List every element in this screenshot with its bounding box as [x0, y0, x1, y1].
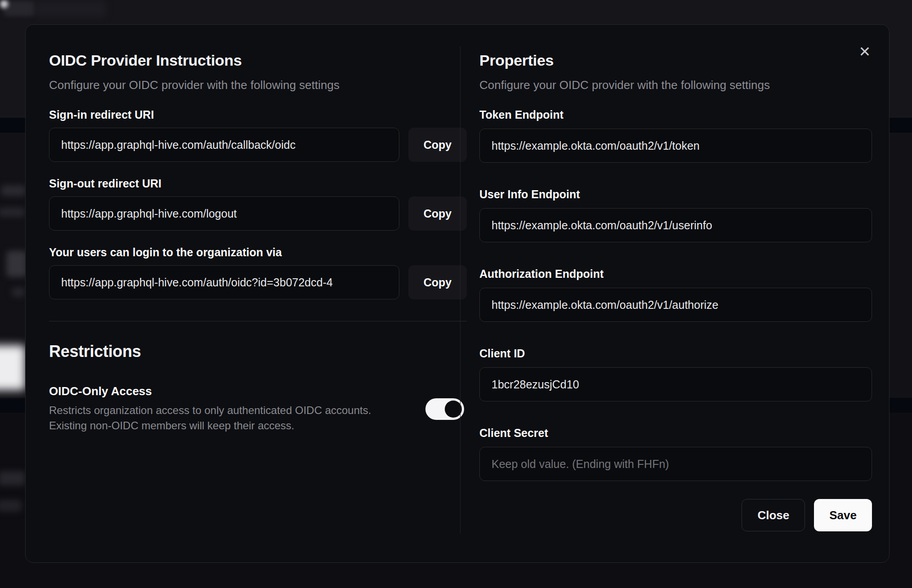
sign-in-redirect-uri-row: Copy [49, 128, 467, 162]
organization-login-uri-row: Copy [49, 265, 467, 299]
blurred-background-text [12, 288, 25, 297]
token-endpoint-label: Token Endpoint [479, 108, 872, 121]
blurred-background-dot [0, 0, 8, 8]
blurred-background-text [0, 471, 25, 486]
oidc-provider-dialog: ✕ OIDC Provider Instructions Configure y… [25, 24, 890, 563]
copy-sign-in-uri-button[interactable]: Copy [408, 128, 467, 162]
toggle-thumb [445, 401, 462, 418]
sign-out-redirect-uri-row: Copy [49, 196, 467, 231]
blurred-background-text [6, 251, 27, 277]
sign-out-redirect-uri-input[interactable] [49, 196, 399, 231]
client-secret-input[interactable] [479, 447, 872, 481]
properties-title: Properties [479, 52, 872, 69]
blurred-logo [4, 1, 35, 16]
sign-in-redirect-uri-input[interactable] [49, 128, 399, 162]
blurred-background-text [0, 500, 22, 512]
token-endpoint-input[interactable] [479, 129, 872, 163]
user-info-endpoint-input[interactable] [479, 208, 872, 242]
oidc-only-access-label: OIDC-Only Access [49, 384, 371, 398]
blurred-background-text [1, 185, 26, 196]
close-button[interactable]: Close [742, 499, 805, 531]
client-id-label: Client ID [479, 347, 872, 360]
instructions-subtitle: Configure your OIDC provider with the fo… [49, 78, 467, 92]
blurred-background-text [0, 208, 25, 217]
blurred-nav-item [35, 1, 106, 17]
oidc-only-access-text: OIDC-Only Access Restricts organization … [49, 384, 371, 433]
copy-sign-out-uri-button[interactable]: Copy [408, 196, 467, 231]
oidc-only-access-row: OIDC-Only Access Restricts organization … [49, 384, 467, 433]
organization-login-uri-label: Your users can login to the organization… [49, 246, 467, 259]
properties-subtitle: Configure your OIDC provider with the fo… [479, 78, 872, 92]
blurred-background-button [0, 345, 25, 390]
column-divider [460, 46, 460, 534]
oidc-only-access-description: Restricts organization access to only au… [49, 403, 371, 433]
sign-out-redirect-uri-label: Sign-out redirect URI [49, 177, 467, 190]
client-id-input[interactable] [479, 367, 872, 401]
oidc-only-access-toggle[interactable] [425, 398, 464, 420]
copy-login-uri-button[interactable]: Copy [408, 265, 467, 299]
sign-in-redirect-uri-label: Sign-in redirect URI [49, 108, 467, 121]
dialog-actions: Close Save [479, 499, 872, 531]
properties-column: Properties Configure your OIDC provider … [479, 25, 872, 531]
save-button[interactable]: Save [814, 499, 872, 531]
organization-login-uri-input[interactable] [49, 265, 399, 299]
instructions-title: OIDC Provider Instructions [49, 52, 467, 69]
section-divider [49, 321, 467, 321]
client-secret-label: Client Secret [479, 427, 872, 440]
authorization-endpoint-input[interactable] [479, 288, 872, 322]
authorization-endpoint-label: Authorization Endpoint [479, 267, 872, 281]
instructions-column: OIDC Provider Instructions Configure you… [49, 25, 467, 433]
user-info-endpoint-label: User Info Endpoint [479, 188, 872, 201]
restrictions-title: Restrictions [49, 342, 467, 361]
